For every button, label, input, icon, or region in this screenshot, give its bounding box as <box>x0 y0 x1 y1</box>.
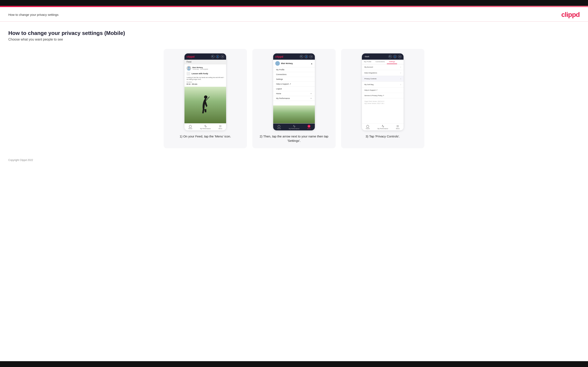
tab-settings[interactable]: Settings <box>387 60 397 64</box>
page-title: How to change your privacy settings (Mob… <box>8 30 580 36</box>
dropdown-username: Blair McHarg <box>281 62 293 65</box>
footer: Copyright Clippd 2022 <box>0 154 588 166</box>
settings-tabs: My Profile Connections Settings <box>362 60 404 64</box>
search-icon: 🔍 <box>211 55 215 58</box>
lesson-title: Lesson with Fordy <box>191 73 208 75</box>
copyright-text: Copyright Clippd 2022 <box>8 159 33 162</box>
feed-lesson-row: Lesson with Fordy <box>187 72 224 75</box>
phone-bottom-nav-3: Home My Performance Menu <box>362 123 404 130</box>
phone-topbar-1: clippd 🔍 👤 ⚙ <box>184 53 226 60</box>
phone-bottom-nav-1: Home My Performance Menu <box>184 123 226 130</box>
top-bar <box>0 0 588 6</box>
golfer-silhouette <box>199 95 212 115</box>
duration-label: Duration <box>187 81 224 83</box>
feed-tab: Feed <box>184 60 226 64</box>
settings-icon-3: ⚙ <box>398 55 401 58</box>
header-title: How to change your privacy settings <box>8 13 59 17</box>
nav-performance-2: My Performance <box>289 125 299 129</box>
search-icon-3: 🔍 <box>389 55 392 58</box>
svg-point-0 <box>188 67 190 69</box>
settings-version: Clippd Client Version: 2022.8.3-3 SQL Se… <box>362 98 404 107</box>
step-3-card: ‹ Back 🔍 👤 ⚙ My Profile Connections Sett… <box>341 49 424 148</box>
settings-icon-2: ⚙ <box>309 55 313 58</box>
tab-connections[interactable]: Connections <box>373 60 387 64</box>
steps-grid: clippd 🔍 👤 ⚙ Feed <box>8 49 580 148</box>
dropdown-avatar <box>275 61 280 66</box>
feed-meta: Yesterday · Sunningdale <box>192 68 208 70</box>
profile-icon-3: 👤 <box>393 55 397 58</box>
feed-desc: Looking to feel like my hands are exitin… <box>187 76 224 80</box>
nav-menu-3: Menu <box>396 125 400 129</box>
settings-icons: 🔍 👤 ⚙ <box>389 55 401 58</box>
bottom-bar <box>0 361 588 367</box>
close-icon: ✕ <box>308 125 311 128</box>
settings-item-serviceprivacy[interactable]: Service & Privacy Policy ↗ <box>362 93 404 98</box>
phone-bottom-nav-2: Home My Performance ✕ Menu <box>273 123 315 130</box>
feed-avatar <box>187 66 191 70</box>
feed-username: Blair McHarg <box>192 67 208 68</box>
dropdown-item-connections: Connections <box>273 72 315 77</box>
nav-menu-1: Menu <box>219 125 222 129</box>
settings-item-privacycontrols[interactable]: Privacy Controls › <box>362 76 404 82</box>
dropdown-section-home: Home ▼ <box>273 91 315 96</box>
profile-icon: 👤 <box>216 55 219 58</box>
search-icon-2: 🔍 <box>300 55 303 58</box>
nav-home-2: Home <box>277 125 281 129</box>
step-1-phone: clippd 🔍 👤 ⚙ Feed <box>184 53 226 130</box>
step-1-card: clippd 🔍 👤 ⚙ Feed <box>164 49 247 148</box>
nav-home-3: Home <box>366 125 370 129</box>
settings-item-myaccount[interactable]: My Account › <box>362 64 404 70</box>
dropdown-header: clippd 🔍 👤 ⚙ <box>273 53 315 60</box>
profile-icon-2: 👤 <box>305 55 308 58</box>
phone-logo-1: clippd <box>187 55 194 58</box>
chevron-dataintegrations: › <box>400 72 401 74</box>
logo: clippd <box>561 11 580 18</box>
back-button: ‹ Back <box>364 56 369 58</box>
nav-performance-1: My Performance <box>200 125 211 129</box>
step-1-desc: 1) On your Feed, tap the 'Menu' icon. <box>180 134 231 139</box>
settings-back-bar: ‹ Back 🔍 👤 ⚙ <box>362 53 404 60</box>
dropdown-user-row: Blair McHarg ▲ <box>273 60 315 67</box>
dropdown-logo: clippd <box>275 55 283 58</box>
main-content: How to change your privacy settings (Mob… <box>0 22 588 154</box>
dropdown-user-info: Blair McHarg <box>275 61 293 66</box>
step-2-card: clippd 🔍 👤 ⚙ Blair McHarg ▲ <box>252 49 336 148</box>
lesson-icon <box>187 72 190 75</box>
chevron-myaccount: › <box>400 66 401 68</box>
settings-item-mygolfbag[interactable]: My Golf Bag › <box>362 82 404 88</box>
settings-icon: ⚙ <box>221 55 224 58</box>
dropdown-item-logout: Logout <box>273 86 315 91</box>
nav-home-1: Home <box>189 125 192 129</box>
duration-val: 01 hr : 30 min <box>187 83 224 85</box>
page-subtitle: Choose what you want people to see <box>8 38 580 41</box>
chevron-mygolfbag: › <box>400 83 401 86</box>
chevron-right-home: ▼ <box>310 93 312 95</box>
nav-menu-close-2: ✕ Menu <box>307 125 311 129</box>
step-3-phone: ‹ Back 🔍 👤 ⚙ My Profile Connections Sett… <box>362 53 404 130</box>
feed-post: Blair McHarg Yesterday · Sunningdale Les… <box>184 64 226 87</box>
dropdown-icons: 🔍 👤 ⚙ <box>300 55 313 58</box>
dropdown-panel: clippd 🔍 👤 ⚙ Blair McHarg ▲ <box>273 53 315 101</box>
step-2-phone: clippd 🔍 👤 ⚙ Blair McHarg ▲ <box>273 53 315 130</box>
settings-item-helpsupport[interactable]: Help & Support ↗ <box>362 88 404 93</box>
settings-list: My Account › Data Integrations › Privacy… <box>362 64 404 123</box>
header: How to change your privacy settings clip… <box>0 7 588 22</box>
tab-myprofile[interactable]: My Profile <box>362 60 373 64</box>
chevron-privacycontrols: › <box>400 78 401 80</box>
dropdown-item-myprofile: My Profile <box>273 67 315 72</box>
chevron-right-performance: ▼ <box>310 98 312 99</box>
dropdown-item-helpsupport: Help & Support ↗ <box>273 82 315 86</box>
dropdown-item-settings: Settings <box>273 77 315 82</box>
golf-image <box>184 87 226 123</box>
feed-user-row: Blair McHarg Yesterday · Sunningdale <box>187 66 224 70</box>
chevron-up-icon: ▲ <box>311 62 313 65</box>
dropdown-section-performance: My Performance ▼ <box>273 96 315 101</box>
nav-performance-3: My Performance <box>378 125 388 129</box>
svg-point-2 <box>204 95 208 99</box>
phone-icons-1: 🔍 👤 ⚙ <box>211 55 224 58</box>
step-2-desc: 2) Then, tap the arrow next to your name… <box>257 134 331 143</box>
svg-point-1 <box>187 69 190 70</box>
settings-item-dataintegrations[interactable]: Data Integrations › <box>362 70 404 76</box>
step-3-desc: 3) Tap 'Privacy Controls'. <box>366 134 400 139</box>
